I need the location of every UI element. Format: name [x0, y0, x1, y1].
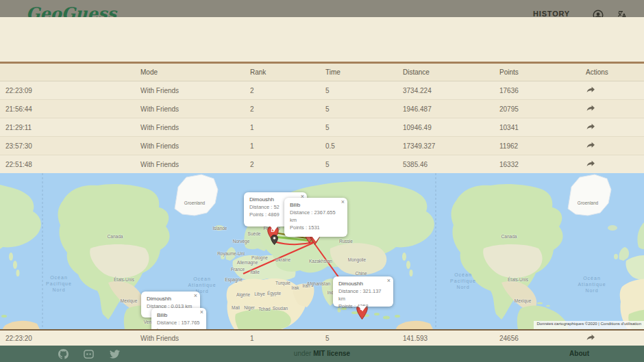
map-ocean-label: Océan Atlantique Nord	[578, 275, 606, 294]
nav-history-link[interactable]: HISTORY	[533, 10, 570, 17]
table-row[interactable]: 22:51:48 With Friends 2 5 5385.46 16332	[0, 155, 644, 174]
cell-points: 16332	[494, 161, 580, 168]
license-prefix: under	[294, 350, 312, 357]
map-marker-location[interactable]	[271, 235, 278, 248]
map-country-label: Algérie	[236, 292, 250, 297]
cell-time: 0.5	[320, 142, 397, 150]
map-country-label: Irak	[292, 285, 299, 290]
cell-rank: 1	[245, 142, 320, 150]
cell-time: 5	[320, 105, 397, 113]
cell-date: 22:51:48	[0, 161, 135, 168]
map-country-label: Italie	[250, 270, 260, 274]
table-header-row: Mode Rank Time Distance Points Actions	[0, 64, 644, 81]
cell-distance: 1946.487	[397, 105, 494, 113]
popup-close-icon[interactable]: ×	[200, 309, 203, 316]
footer-bar: under MIT license About	[0, 346, 644, 362]
share-button[interactable]	[586, 122, 595, 131]
map-country-label: Canada	[501, 234, 517, 239]
map-ocean-label: Océan Pacifique Nord	[450, 272, 476, 290]
popup-points: Points : 1531	[290, 224, 341, 231]
cell-rank: 2	[245, 105, 320, 113]
map-attribution[interactable]: Données cartographiques ©2020 | Conditio…	[534, 321, 644, 329]
cell-mode: With Friends	[135, 124, 245, 131]
table-row[interactable]: 21:56:44 With Friends 2 5 1946.487 20795	[0, 100, 644, 118]
map-country-label: Mongolie	[348, 257, 366, 262]
map-country-label: Turquie	[275, 281, 290, 285]
cell-points: 10341	[494, 124, 580, 131]
map-country-label: Tchad	[258, 307, 270, 311]
translate-icon[interactable]	[617, 9, 629, 17]
table-body: 22:23:09 With Friends 2 5 3734.224 17636…	[0, 81, 644, 174]
cell-rank: 1	[245, 124, 320, 131]
map-land	[0, 173, 644, 329]
table-row[interactable]: 22:23:20 With Friends 1 5 141.593 24656	[0, 331, 644, 346]
map-popup: × Bilib Distance : 2367.655 km Points : …	[284, 198, 347, 237]
popup-player: Dimoushh	[338, 280, 387, 287]
table-row[interactable]: 22:23:09 With Friends 2 5 3734.224 17636	[0, 81, 644, 100]
map-country-label: États-Unis	[508, 277, 528, 282]
share-button[interactable]	[586, 86, 595, 94]
cell-time: 5	[320, 335, 397, 342]
share-button[interactable]	[586, 159, 595, 168]
map-country-label: Iran	[302, 283, 310, 288]
table-row[interactable]: 23:57:30 With Friends 1 0.5 17349.327 11…	[0, 137, 644, 155]
cell-mode: With Friends	[135, 105, 245, 113]
cell-rank: 1	[245, 335, 320, 342]
map-popup: × Bilib Distance : 157.765 km	[151, 308, 206, 329]
cell-mode: With Friends	[135, 142, 245, 150]
map-country-label: Niger	[244, 305, 255, 310]
map-country-label: Allemagne	[237, 260, 258, 265]
cell-date: 21:56:44	[0, 105, 135, 113]
map-country-label: Groenland	[184, 201, 205, 205]
map-country-label: Ukraine	[275, 257, 290, 262]
cell-points: 20795	[494, 105, 580, 113]
map-country-label: Afghanistan	[307, 281, 330, 286]
mit-license-link[interactable]: MIT license	[313, 350, 350, 357]
map-country-label: Canada	[108, 234, 123, 239]
map-country-label: Royaume-Uni	[217, 251, 245, 256]
popup-distance: Distance : 321.137 km	[338, 287, 387, 302]
share-button[interactable]	[586, 104, 595, 112]
cell-mode: With Friends	[135, 161, 245, 168]
map-country-label: Mexique	[121, 298, 138, 303]
results-map[interactable]: Océan Pacifique NordOcéan Atlantique Nor…	[0, 173, 644, 329]
license-text: under MIT license	[0, 350, 644, 357]
cell-points: 11962	[494, 142, 580, 150]
map-country-label: Libye	[254, 292, 265, 296]
share-button[interactable]	[586, 141, 595, 149]
popup-close-icon[interactable]: ×	[341, 198, 345, 206]
map-country-label: France	[231, 267, 245, 272]
map-country-label: Suède	[248, 231, 261, 236]
cell-distance: 5385.46	[397, 161, 494, 168]
map-country-label: Mali	[232, 305, 240, 310]
cell-date: 22:23:09	[0, 87, 135, 94]
map-country-label: Russie	[339, 239, 353, 244]
popup-player: Bilib	[157, 311, 200, 319]
map-country-label: Islande	[213, 226, 227, 231]
col-rank-header: Rank	[245, 68, 320, 76]
map-country-label: Soudan	[273, 306, 288, 311]
map-country-label: Kazakhstan	[309, 259, 332, 263]
cell-points: 17636	[494, 87, 580, 94]
share-button[interactable]	[586, 333, 595, 341]
col-distance-header: Distance	[397, 68, 494, 76]
cell-time: 5	[320, 124, 397, 131]
map-ocean-label: Océan Pacifique Nord	[46, 274, 72, 293]
map-country-label: Pologne	[251, 255, 268, 260]
popup-close-icon[interactable]: ×	[387, 277, 391, 285]
cell-distance: 17349.327	[397, 142, 494, 150]
cell-distance: 3734.224	[397, 87, 494, 94]
account-icon[interactable]	[592, 9, 604, 17]
app-logo[interactable]: GeoGuess	[26, 3, 116, 17]
popup-distance: Distance : 2367.655 km	[290, 209, 341, 224]
about-link[interactable]: About	[569, 350, 589, 357]
popup-close-icon[interactable]: ×	[194, 292, 197, 300]
table-row[interactable]: 21:29:11 With Friends 1 5 10946.49 10341	[0, 118, 644, 137]
cell-time: 5	[320, 161, 397, 168]
col-actions-header: Actions	[580, 68, 644, 76]
popup-distance: Distance : 157.765 km	[157, 319, 200, 329]
col-time-header: Time	[320, 68, 397, 76]
col-points-header: Points	[494, 68, 580, 76]
history-card: Mode Rank Time Distance Points Actions 2…	[0, 17, 644, 346]
cell-distance: 141.593	[397, 335, 494, 342]
